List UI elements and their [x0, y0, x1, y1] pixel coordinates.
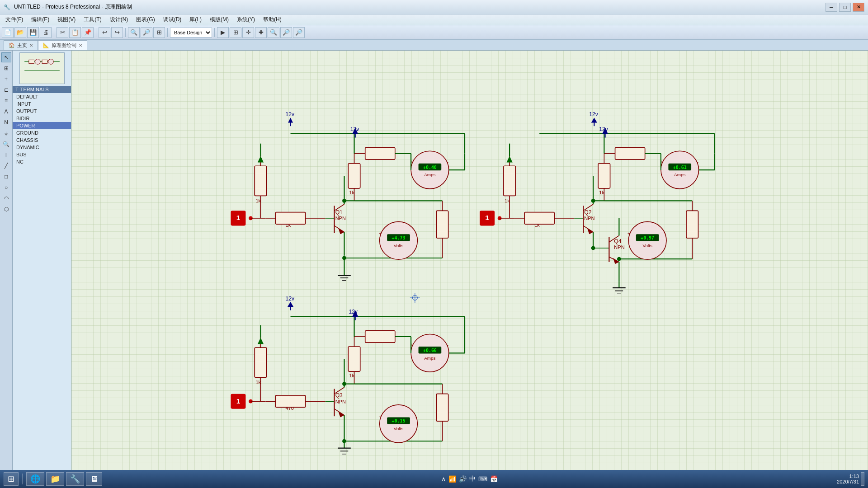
tab-home-close[interactable]: ✕ — [29, 43, 33, 48]
paste-button[interactable]: 📌 — [82, 27, 94, 38]
menu-edit[interactable]: 编辑(E) — [28, 15, 53, 24]
menu-file[interactable]: 文件(F) — [2, 15, 27, 24]
svg-text:+: + — [378, 414, 381, 419]
schematic-svg[interactable]: 12v R2 1k R1 1k 1 Q1 — [71, 51, 868, 475]
svg-rect-164 — [365, 331, 395, 343]
power-tool[interactable]: ⏚ — [1, 128, 11, 138]
zoom-out-button[interactable]: 🔎 — [141, 27, 152, 38]
menu-design[interactable]: 设计(N) — [106, 15, 132, 24]
terminal-default[interactable]: DEFAULT — [13, 93, 71, 100]
terminal-input[interactable]: INPUT — [13, 100, 71, 108]
svg-rect-142 — [276, 395, 306, 407]
terminal-dynamic[interactable]: DYNAMIC — [13, 144, 71, 151]
print-button[interactable]: 🖨 — [40, 27, 52, 38]
menu-library[interactable]: 库(L) — [186, 15, 205, 24]
q1-type: NPN — [335, 216, 346, 221]
terminal-power[interactable]: POWER — [13, 122, 71, 129]
save-button[interactable]: 💾 — [27, 27, 39, 38]
show-desktop-button[interactable] — [861, 472, 864, 486]
taskbar: ⊞ 🌐 📁 🔧 🖥 ∧ 📶 🔊 中 ⌨ 📅 1:13 2020/7/31 — [0, 470, 868, 488]
line-tool[interactable]: ╱ — [1, 161, 11, 171]
keyboard-icon[interactable]: ⌨ — [478, 475, 487, 483]
circle-tool[interactable]: ○ — [1, 183, 11, 192]
zoom-area-button[interactable]: 🔍 — [268, 27, 279, 38]
zoom-realsize-button[interactable]: 🔎 — [293, 27, 305, 38]
svg-marker-8 — [288, 117, 293, 122]
toolbar-separator-2 — [96, 28, 96, 37]
terminal-bidir[interactable]: BIDIR — [13, 115, 71, 122]
tab-schematic-close[interactable]: ✕ — [79, 43, 82, 48]
taskbar-app1-icon[interactable]: 🔧 — [66, 472, 84, 486]
net-tool[interactable]: N — [1, 117, 11, 127]
menu-help[interactable]: 帮助(H) — [259, 15, 285, 24]
svg-rect-0 — [20, 53, 64, 84]
taskbar-time[interactable]: 1:13 2020/7/31 — [837, 474, 859, 484]
svg-marker-135 — [288, 302, 293, 307]
probe-tool[interactable]: 🔍 — [1, 139, 11, 149]
arc-tool[interactable]: ◠ — [1, 193, 11, 203]
minimize-button[interactable]: ─ — [826, 3, 837, 12]
new-button[interactable]: 📄 — [2, 27, 14, 38]
junction-tool[interactable]: + — [1, 74, 11, 84]
terminal-ground[interactable]: GROUND — [13, 129, 71, 136]
start-button[interactable]: ⊞ — [4, 472, 19, 486]
zoom-out2-button[interactable]: 🔎 — [280, 27, 292, 38]
menu-view[interactable]: 视图(V) — [54, 15, 79, 24]
move-button[interactable]: ✚ — [255, 27, 267, 38]
network-icon[interactable]: 📶 — [448, 475, 456, 483]
canvas-area[interactable]: 12v R2 1k R1 1k 1 Q1 — [71, 51, 868, 475]
taskbar-explorer-icon[interactable]: 📁 — [46, 472, 64, 486]
svg-rect-71 — [504, 166, 515, 196]
vcc1-label: 12v — [286, 111, 295, 117]
svg-point-190 — [342, 382, 346, 386]
menu-tools[interactable]: 工具(T) — [80, 15, 105, 24]
terminal-output[interactable]: OUTPUT — [13, 108, 71, 115]
svg-rect-6 — [42, 60, 47, 64]
svg-text:1: 1 — [236, 397, 241, 405]
toolbar-separator-5 — [214, 28, 215, 37]
redo-button[interactable]: ↪ — [111, 27, 123, 38]
open-button[interactable]: 📂 — [14, 27, 26, 38]
text-tool[interactable]: T — [1, 150, 11, 160]
select-tool[interactable]: ↖ — [1, 52, 11, 62]
rect-tool[interactable]: □ — [1, 172, 11, 182]
zoom-fit-button[interactable]: ⊞ — [153, 27, 165, 38]
tab-home[interactable]: 🏠 主页 ✕ — [4, 40, 38, 50]
terminal-header-label: TERMINALS — [20, 87, 49, 92]
svg-text:+0.40: +0.40 — [423, 165, 437, 170]
grid-button[interactable]: ⊞ — [230, 27, 241, 38]
menu-system[interactable]: 系统(Y) — [233, 15, 259, 24]
svg-rect-137 — [255, 347, 266, 377]
svg-point-133 — [617, 257, 621, 261]
volume-icon[interactable]: 🔊 — [459, 475, 467, 483]
run-button[interactable]: ▶ — [217, 27, 229, 38]
menu-graph[interactable]: 图表(G) — [132, 15, 158, 24]
bus-tool[interactable]: ≡ — [1, 96, 11, 106]
terminal-nc[interactable]: NC — [13, 158, 71, 165]
crosshair-button[interactable]: ✛ — [242, 27, 254, 38]
taskbar-edge-icon[interactable]: 🌐 — [26, 472, 44, 486]
menu-template[interactable]: 模版(M) — [206, 15, 232, 24]
taskbar-expand-icon[interactable]: ∧ — [441, 475, 446, 483]
zoom-in-button[interactable]: 🔍 — [128, 27, 140, 38]
cut-button[interactable]: ✂ — [57, 27, 68, 38]
tab-schematic[interactable]: 📐 原理图绘制 ✕ — [38, 40, 87, 50]
maximize-button[interactable]: □ — [839, 3, 851, 12]
menu-debug[interactable]: 调试(D) — [160, 15, 185, 24]
terminal-chassis[interactable]: CHASSIS — [13, 136, 71, 144]
calendar-icon[interactable]: 📅 — [490, 475, 498, 483]
terminal-bus[interactable]: BUS — [13, 151, 71, 158]
time-display: 1:13 — [837, 474, 859, 479]
date-display: 2020/7/31 — [837, 479, 859, 484]
label-tool[interactable]: A — [1, 107, 11, 117]
close-button[interactable]: ✕ — [853, 3, 864, 12]
ime-icon[interactable]: 中 — [469, 475, 476, 483]
poly-tool[interactable]: ⬡ — [1, 204, 11, 214]
svg-point-3 — [35, 59, 40, 65]
wire-tool[interactable]: ⊏ — [1, 85, 11, 95]
component-tool[interactable]: ⊞ — [1, 63, 11, 73]
undo-button[interactable]: ↩ — [99, 27, 110, 38]
design-select[interactable]: Base Design — [170, 28, 212, 38]
taskbar-app2-icon[interactable]: 🖥 — [86, 472, 102, 486]
copy-button[interactable]: 📋 — [69, 27, 81, 38]
